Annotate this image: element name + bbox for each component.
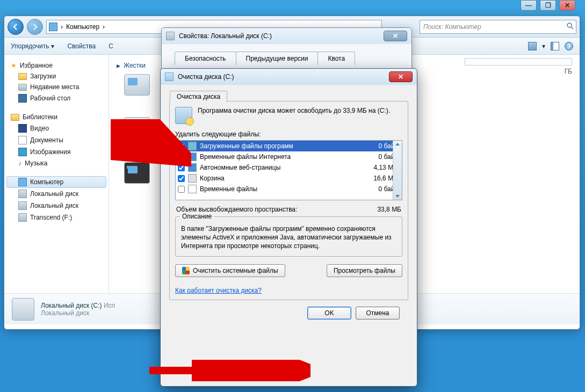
properties-window: Свойства: Локальный диск (C:) ✕ Безопасн… — [161, 27, 412, 73]
scrollbar[interactable] — [393, 141, 402, 200]
tab-quota[interactable]: Квота — [317, 52, 355, 65]
search-icon — [566, 22, 574, 31]
file-checkbox[interactable] — [178, 175, 185, 182]
tab-previous-versions[interactable]: Предыдущие версии — [236, 52, 319, 65]
sidebar-item-downloads[interactable]: Загрузки — [6, 71, 106, 82]
breadcrumb-sep: › — [61, 23, 63, 31]
drive-icon — [165, 72, 174, 81]
search-input[interactable]: Поиск: Компьютер — [420, 20, 576, 34]
sidebar-item-desktop[interactable]: Рабочий стол — [6, 92, 106, 104]
tab-security[interactable]: Безопасность — [175, 52, 236, 65]
file-name: Временные файлы Интернета — [200, 153, 359, 161]
forward-button[interactable] — [27, 19, 43, 35]
footer-suffix: Исп — [104, 302, 115, 309]
file-row[interactable]: Временные файлы Интернета 0 байт — [176, 151, 402, 162]
file-icon — [188, 185, 197, 193]
view-files-button[interactable]: Просмотреть файлы — [327, 264, 402, 277]
description-legend: Описание — [180, 213, 214, 220]
sidebar-item-computer[interactable]: Компьютер — [6, 176, 106, 188]
sidebar-item-transcend[interactable]: Transcend (F:) — [6, 212, 106, 223]
cancel-button[interactable]: Отмена — [356, 307, 400, 320]
chevron-down-icon: ▾ — [51, 42, 54, 50]
file-checkbox[interactable] — [178, 143, 185, 150]
sidebar-item-local-disk[interactable]: Локальный диск — [6, 188, 106, 200]
drive-icon — [12, 298, 34, 321]
file-name: Автономные веб-страницы — [200, 164, 359, 171]
star-icon: ★ — [11, 62, 17, 69]
capacity-bar — [465, 58, 572, 66]
footer-subtitle: Локальный диск — [41, 309, 115, 317]
sidebar-item-pictures[interactable]: Изображения — [6, 146, 106, 158]
video-icon — [18, 124, 27, 133]
document-icon — [18, 136, 27, 144]
files-list: Загруженные файлы программ 0 байт Времен… — [175, 140, 402, 200]
properties-title: Свойства: Локальный диск (C:) — [179, 32, 272, 40]
file-row[interactable]: Временные файлы 0 байт — [176, 184, 402, 194]
globe-icon — [188, 153, 197, 161]
file-row[interactable]: Корзина 16,6 МБ — [176, 173, 402, 184]
file-checkbox[interactable] — [178, 186, 185, 193]
folder-icon — [18, 84, 27, 91]
tab-cleanup[interactable]: Очистка диска — [170, 91, 227, 103]
capacity-label: ГБ — [565, 68, 572, 75]
sidebar-item-music[interactable]: ♪Музыка — [6, 158, 106, 169]
description-text: В папке "Загруженные файлы программ" вре… — [181, 224, 396, 251]
ok-button[interactable]: OK — [307, 307, 351, 320]
maximize-button[interactable]: ❐ — [540, 0, 556, 11]
desktop-icon — [18, 94, 27, 103]
sidebar-item-video[interactable]: Видео — [6, 122, 106, 134]
computer-icon — [49, 23, 57, 31]
drive-icon — [124, 74, 150, 96]
close-button[interactable]: ✕ — [384, 31, 407, 41]
window-controls: — ❐ ✕ — [521, 0, 575, 11]
sidebar-item-recent[interactable]: Недавние места — [6, 82, 106, 92]
drive-icon — [18, 213, 27, 222]
footer-title: Локальный диск (C:) — [41, 302, 102, 309]
shield-icon — [182, 267, 190, 274]
clean-system-files-button[interactable]: Очистить системные файлы — [175, 264, 285, 277]
libraries-icon — [11, 114, 19, 121]
globe-icon — [188, 163, 197, 172]
search-placeholder: Поиск: Компьютер — [423, 23, 481, 31]
disk-cleanup-window: Очистка диска (C:) ✕ Очистка диска Прогр… — [160, 68, 417, 387]
minimize-button[interactable]: — — [521, 0, 537, 11]
breadcrumb-sep: › — [103, 23, 105, 31]
drive-icon — [18, 201, 27, 210]
sidebar: ★Избранное Загрузки Недавние места Рабоч… — [4, 55, 109, 293]
sidebar-favorites[interactable]: ★Избранное — [6, 60, 106, 71]
bd-drive-icon: BD — [124, 162, 150, 184]
close-button[interactable]: ✕ — [389, 71, 413, 82]
sidebar-item-local-disk[interactable]: Локальный диск — [6, 200, 106, 212]
folder-icon — [18, 73, 27, 80]
help-link[interactable]: Как работает очистка диска? — [175, 287, 262, 294]
breadcrumb[interactable]: Компьютер — [66, 23, 99, 31]
file-row[interactable]: Автономные веб-страницы 4,13 МБ — [176, 162, 402, 173]
sidebar-item-documents[interactable]: Документы — [6, 134, 106, 146]
sidebar-libraries[interactable]: Библиотеки — [6, 112, 106, 122]
file-name: Временные файлы — [200, 185, 359, 193]
file-name: Загруженные файлы программ — [200, 142, 359, 150]
recycle-bin-icon — [188, 174, 197, 183]
computer-icon — [18, 178, 27, 186]
properties-button[interactable]: Свойства — [67, 42, 96, 50]
drive-icon — [18, 190, 27, 198]
chevron-down-icon[interactable]: ▾ — [542, 42, 545, 50]
file-name: Корзина — [200, 175, 359, 182]
delete-files-label: Удалить следующие файлы: — [175, 130, 402, 138]
view-icon[interactable] — [528, 42, 537, 50]
back-button[interactable] — [8, 19, 24, 35]
file-checkbox[interactable] — [178, 164, 185, 171]
cleanup-icon — [175, 107, 192, 124]
help-icon[interactable]: ? — [565, 42, 573, 50]
toolbar-more[interactable]: С — [109, 42, 113, 50]
svg-point-0 — [567, 23, 572, 27]
file-row[interactable]: Загруженные файлы программ 0 байт — [176, 141, 402, 151]
close-button[interactable]: ✕ — [559, 0, 575, 11]
file-checkbox[interactable] — [178, 154, 185, 161]
total-label: Объем высвобождаемого пространства: — [176, 206, 297, 213]
svg-line-1 — [571, 27, 573, 29]
preview-pane-icon[interactable] — [551, 42, 559, 50]
organize-menu[interactable]: Упорядочить ▾ — [11, 42, 54, 50]
description-box: Описание В папке "Загруженные файлы прог… — [175, 216, 402, 257]
folder-icon — [188, 142, 197, 150]
